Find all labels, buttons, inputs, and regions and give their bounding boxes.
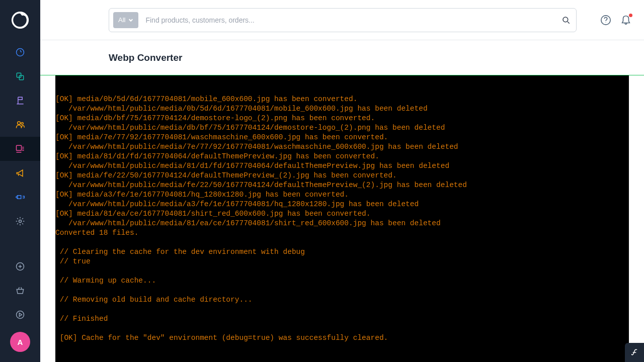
svg-point-10 [563, 17, 568, 22]
svg-point-7 [19, 220, 22, 223]
sidebar: A [0, 0, 40, 362]
sidebar-bottom: A [0, 254, 40, 362]
search-icon[interactable] [556, 16, 576, 25]
nav-content[interactable] [0, 137, 40, 161]
chevron-down-icon [128, 18, 133, 23]
avatar[interactable]: A [10, 332, 30, 352]
nav-dashboard[interactable] [0, 40, 40, 64]
symfony-badge[interactable] [625, 343, 644, 362]
notification-dot-icon [629, 14, 632, 17]
notifications-button[interactable] [620, 14, 632, 26]
svg-point-1 [17, 49, 24, 56]
nav-customers[interactable] [0, 113, 40, 137]
nav-marketing[interactable] [0, 161, 40, 185]
search-filter-label: All [118, 16, 125, 24]
nav-add[interactable] [0, 254, 40, 279]
search-input[interactable] [138, 9, 556, 32]
topbar-right [600, 14, 632, 26]
search-filter-dropdown[interactable]: All [113, 12, 138, 28]
svg-rect-6 [17, 145, 22, 150]
svg-point-4 [18, 122, 21, 125]
topbar: All [40, 0, 644, 40]
svg-rect-2 [17, 73, 21, 77]
svg-rect-3 [19, 75, 23, 79]
nav-extensions[interactable] [0, 185, 40, 209]
svg-point-5 [21, 122, 23, 124]
subheader: Webp Converter [40, 40, 644, 75]
nav-icons [0, 40, 40, 233]
search-bar: All [109, 8, 577, 32]
app-logo[interactable] [0, 0, 40, 40]
page-title: Webp Converter [109, 52, 182, 63]
help-button[interactable] [600, 14, 612, 26]
svg-point-9 [17, 311, 24, 319]
nav-settings[interactable] [0, 209, 40, 233]
nav-basket[interactable] [0, 279, 40, 303]
nav-play[interactable] [0, 303, 40, 327]
nav-catalog[interactable] [0, 64, 40, 88]
terminal-output: [OK] media/0b/5d/6d/1677704081/mobile_60… [55, 75, 629, 362]
nav-orders[interactable] [0, 88, 40, 113]
